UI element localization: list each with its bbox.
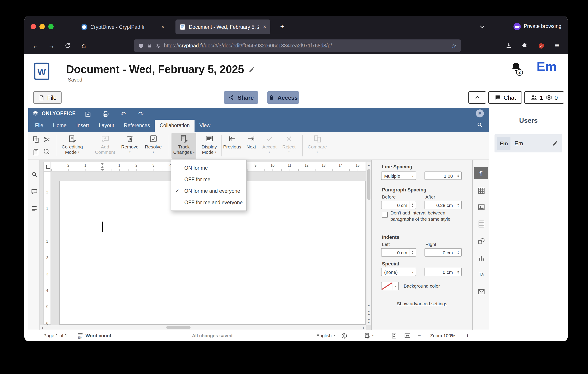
mail-merge-tab[interactable] — [477, 287, 486, 296]
interval-checkbox[interactable] — [382, 212, 388, 218]
line-spacing-amount-spinner[interactable]: 1.08▲▼ — [424, 171, 462, 180]
spinner-arrows[interactable]: ▲▼ — [455, 201, 461, 209]
reload-icon[interactable] — [63, 41, 72, 50]
menu-tab-layout[interactable]: Layout — [94, 120, 119, 132]
edit-name-pencil-icon[interactable] — [552, 140, 558, 146]
text-art-settings-tab[interactable]: Ta — [477, 270, 486, 279]
menu-tab-file[interactable]: File — [30, 120, 48, 132]
zoom-in-button[interactable]: + — [464, 330, 471, 341]
horizontal-scrollbar-thumb[interactable] — [166, 326, 190, 329]
previous-change-button[interactable]: Previous — [222, 134, 242, 149]
coediting-mode-button[interactable]: Co-editing Mode▾ — [61, 134, 84, 155]
file-button[interactable]: File — [33, 91, 62, 104]
spacing-after-spinner[interactable]: 0.28 cm▲▼ — [424, 201, 462, 209]
copy-icon[interactable] — [31, 135, 41, 145]
resolve-button[interactable]: Resolve ▾ — [142, 134, 165, 155]
forward-icon[interactable]: → — [47, 41, 56, 50]
editor-search-icon[interactable] — [477, 122, 483, 128]
fit-width-icon[interactable] — [404, 332, 411, 339]
image-settings-tab[interactable] — [477, 203, 486, 211]
special-select[interactable]: (none)▾ — [381, 268, 416, 276]
close-window-button[interactable] — [31, 24, 36, 29]
minimize-window-button[interactable] — [40, 24, 45, 29]
indent-left-spinner[interactable]: 0 cm▲▼ — [381, 248, 416, 257]
tracking-protection-shield-icon[interactable] — [138, 43, 144, 49]
spinner-arrows[interactable]: ▲▼ — [409, 201, 416, 209]
document-title[interactable]: Document - Wed, February 5, 2025 — [66, 63, 244, 76]
show-advanced-settings-link[interactable]: Show advanced settings — [372, 301, 472, 306]
url-bar[interactable]: https://cryptpad.fr/doc/#/3/doc/edit/ff0… — [134, 40, 461, 52]
paragraph-settings-tab[interactable]: ¶ — [474, 167, 488, 179]
account-avatar-initials[interactable]: Em — [537, 59, 556, 74]
word-count-button[interactable]: Word count — [85, 330, 111, 341]
list-tabs-chevron-icon[interactable] — [479, 23, 485, 30]
previous-page-icon[interactable]: ▲▲ — [367, 310, 371, 315]
navigation-headings-icon[interactable] — [30, 204, 38, 212]
scroll-left-icon[interactable]: ◂ — [41, 326, 43, 330]
maximize-window-button[interactable] — [48, 24, 54, 29]
cut-scissors-icon[interactable] — [42, 135, 52, 145]
spinner-arrows[interactable]: ▲▼ — [455, 249, 461, 256]
reject-change-button[interactable]: Reject ▾ — [279, 134, 299, 155]
spacing-before-spinner[interactable]: 0 cm▲▼ — [381, 201, 416, 209]
table-settings-tab[interactable] — [477, 186, 486, 195]
new-tab-button[interactable]: + — [277, 21, 288, 32]
add-comment-button[interactable]: Add Comment — [94, 134, 116, 155]
track-menu-item[interactable]: OFF for me and everyone — [171, 197, 246, 208]
next-change-button[interactable]: Next — [241, 134, 262, 149]
shape-settings-tab[interactable] — [477, 237, 486, 246]
save-icon[interactable] — [83, 109, 93, 119]
accept-change-button[interactable]: Accept ▾ — [259, 134, 280, 155]
comments-icon[interactable] — [30, 187, 38, 195]
user-list-item[interactable]: Em Em — [494, 134, 562, 152]
print-icon[interactable] — [101, 109, 110, 119]
menu-tab-view[interactable]: View — [195, 120, 215, 132]
search-icon[interactable] — [30, 170, 38, 178]
tab-stop-selector[interactable] — [43, 162, 51, 171]
zoom-out-button[interactable]: − — [416, 330, 422, 341]
access-button[interactable]: Access — [267, 91, 299, 104]
horizontal-scrollbar[interactable]: ◂ ▸ — [40, 325, 366, 330]
menu-tab-insert[interactable]: Insert — [71, 120, 94, 132]
hanging-indent-marker[interactable] — [101, 166, 104, 168]
fit-page-icon[interactable] — [391, 332, 398, 339]
undo-icon[interactable]: ↶ — [118, 109, 128, 119]
vertical-scrollbar-thumb[interactable] — [367, 169, 370, 200]
next-page-icon[interactable]: ▼▼ — [367, 319, 371, 324]
share-button[interactable]: Share — [224, 91, 258, 104]
edit-title-pencil-icon[interactable] — [248, 66, 255, 73]
redo-icon[interactable]: ↷ — [136, 109, 146, 119]
tab-cryptdrive[interactable]: CryptDrive - CryptPad.fr × — [77, 20, 168, 34]
zoom-level[interactable]: Zoom 100% — [425, 330, 460, 341]
ublock-icon[interactable] — [537, 41, 546, 50]
track-menu-item[interactable]: ON for me — [171, 162, 246, 174]
track-menu-item[interactable]: OFF for me — [171, 174, 246, 185]
menu-tab-collaboration[interactable]: Collaboration — [155, 120, 195, 132]
scroll-right-icon[interactable]: ▸ — [363, 326, 365, 330]
close-icon[interactable]: × — [263, 23, 266, 30]
first-line-indent-marker[interactable] — [101, 163, 104, 165]
tab-document[interactable]: Document - Wed, February 5, 2 × — [176, 20, 270, 34]
select-all-icon[interactable] — [42, 147, 52, 157]
menu-tab-references[interactable]: References — [119, 120, 155, 132]
remove-comment-button[interactable]: Remove ▾ — [118, 134, 141, 155]
scroll-up-icon[interactable]: ▲ — [367, 164, 371, 166]
spinner-arrows[interactable]: ▲▼ — [455, 172, 461, 179]
background-color-picker[interactable]: ▾ — [381, 282, 399, 290]
compare-button[interactable]: Compare ▾ — [306, 134, 328, 155]
collapse-toolbar-button[interactable] — [468, 91, 486, 104]
spinner-arrows[interactable]: ▲▼ — [455, 268, 461, 276]
display-mode-button[interactable]: Display Mode▾ — [198, 134, 221, 155]
vertical-scrollbar[interactable]: ▲ ▼ ▲▲ ▼▼ — [366, 162, 371, 325]
special-amount-spinner[interactable]: 0 cm▲▼ — [424, 268, 462, 276]
home-icon[interactable]: ⌂ — [79, 41, 88, 50]
chat-button[interactable]: Chat — [488, 91, 522, 104]
url-text[interactable]: https://cryptpad.fr/doc/#/3/doc/edit/ff0… — [164, 43, 448, 48]
lock-icon[interactable] — [147, 43, 152, 49]
menu-tab-home[interactable]: Home — [48, 120, 71, 132]
menu-hamburger-icon[interactable]: ≡ — [553, 41, 561, 50]
chart-settings-tab[interactable] — [477, 253, 486, 262]
interval-checkbox-label[interactable]: Don't add interval between paragraphs of… — [390, 210, 467, 222]
spinner-arrows[interactable]: ▲▼ — [409, 249, 416, 256]
extensions-puzzle-icon[interactable] — [520, 41, 529, 50]
